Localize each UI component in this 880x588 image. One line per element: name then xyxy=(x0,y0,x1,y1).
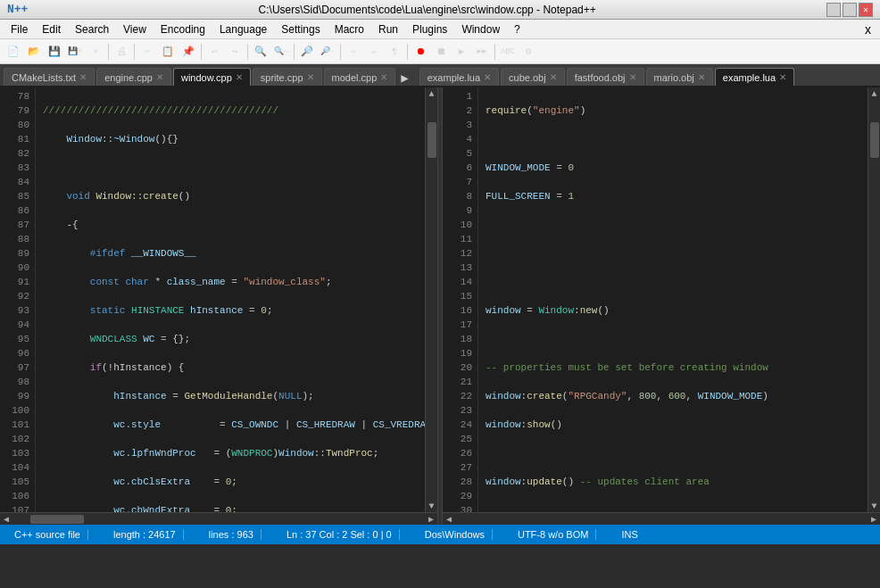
tab-fastfood-obj-close[interactable]: ✕ xyxy=(629,72,636,82)
left-scroll-thumb[interactable] xyxy=(428,122,436,158)
maximize-button[interactable]: □ xyxy=(843,3,857,17)
menu-file[interactable]: File xyxy=(4,21,35,37)
tab-window-cpp-close[interactable]: ✕ xyxy=(236,72,243,82)
settings-tb-button[interactable]: ⚙ xyxy=(519,42,538,62)
left-scroll-down[interactable]: ▼ xyxy=(426,500,438,512)
menu-view[interactable]: View xyxy=(116,21,154,37)
save-button[interactable]: 💾 xyxy=(45,42,64,62)
tab-sprite-cpp-label: sprite.cpp xyxy=(261,72,303,83)
close-file-button[interactable]: x xyxy=(859,22,876,37)
menu-edit[interactable]: Edit xyxy=(35,21,68,37)
menu-settings[interactable]: Settings xyxy=(274,21,327,37)
menu-help[interactable]: ? xyxy=(507,21,527,37)
tab-example-lua-2-close[interactable]: ✕ xyxy=(779,72,786,82)
right-scroll-thumb[interactable] xyxy=(870,122,879,158)
main-area: 78 79 80 81 82 83 84 85 86 87 88 89 90 9… xyxy=(0,87,880,525)
macro-stop-button[interactable]: ⏹ xyxy=(431,42,451,62)
tab-example-lua-1[interactable]: example.lua ✕ xyxy=(419,68,499,86)
toolbar-sep-3 xyxy=(201,44,202,60)
macro-play-button[interactable]: ▶ xyxy=(452,42,471,62)
status-position: Ln : 37 Col : 2 Sel : 0 | 0 xyxy=(279,529,400,540)
left-hscroll-thumb[interactable] xyxy=(30,515,84,524)
left-vscrollbar[interactable]: ▲ ▼ xyxy=(425,87,437,512)
left-scroll-up[interactable]: ▲ xyxy=(426,87,438,100)
tab-example-lua-1-label: example.lua xyxy=(428,72,480,83)
right-hscroll-left[interactable]: ◀ xyxy=(443,513,455,526)
all-chars-button[interactable]: ¶ xyxy=(385,42,404,62)
tab-model-cpp-close[interactable]: ✕ xyxy=(380,72,387,82)
tab-engine-cpp-label: engine.cpp xyxy=(104,72,153,83)
paste-button[interactable]: 📌 xyxy=(178,42,198,62)
title-bar: N++ C:\Users\Sid\Documents\code\Lua\engi… xyxy=(0,0,880,20)
left-code-content: 78 79 80 81 82 83 84 85 86 87 88 89 90 9… xyxy=(0,87,437,512)
tab-sprite-cpp[interactable]: sprite.cpp ✕ xyxy=(253,68,322,86)
tab-fastfood-obj-label: fastfood.obj xyxy=(575,72,626,83)
tab-cmakelists-close[interactable]: ✕ xyxy=(79,72,87,82)
status-encoding: UTF-8 w/o BOM xyxy=(511,529,596,540)
toolbar-sep-7 xyxy=(407,44,408,60)
window-controls: ─ □ ✕ xyxy=(826,3,873,17)
tab-example-lua-1-close[interactable]: ✕ xyxy=(484,72,491,82)
menu-window[interactable]: Window xyxy=(454,21,507,37)
toolbar-sep-6 xyxy=(340,44,341,60)
close-button[interactable]: ✕ xyxy=(859,3,873,17)
undo-button[interactable]: ↩ xyxy=(204,42,224,62)
app-logo: N++ xyxy=(7,3,28,16)
macro-rec-button[interactable]: ⏺ xyxy=(411,42,430,62)
status-filetype: C++ source file xyxy=(7,529,88,540)
open-button[interactable]: 📂 xyxy=(24,42,44,62)
tab-mario-obj[interactable]: mario.obj ✕ xyxy=(646,68,713,86)
tab-mario-obj-close[interactable]: ✕ xyxy=(698,72,705,82)
close-button-tb[interactable]: ✕ xyxy=(86,42,105,62)
tab-cmakelists[interactable]: CMakeLists.txt ✕ xyxy=(4,68,95,86)
zoom-out-button[interactable]: 🔎- xyxy=(318,42,337,62)
menu-encoding[interactable]: Encoding xyxy=(154,21,212,37)
cut-button[interactable]: ✂ xyxy=(137,42,157,62)
tab-fastfood-obj[interactable]: fastfood.obj ✕ xyxy=(567,68,644,86)
left-hscroll-right[interactable]: ▶ xyxy=(425,513,437,526)
save-all-button[interactable]: 💾+ xyxy=(65,42,85,62)
right-scroll-down[interactable]: ▼ xyxy=(868,500,881,512)
tab-cube-obj[interactable]: cube.obj ✕ xyxy=(501,68,565,86)
tab-sprite-cpp-close[interactable]: ✕ xyxy=(307,72,314,82)
right-code-area[interactable]: require("engine") WINDOW_MODE = 0 FULL_S… xyxy=(478,87,868,512)
tab-window-cpp-label: window.cpp xyxy=(181,72,232,83)
tab-cmakelists-label: CMakeLists.txt xyxy=(12,72,76,83)
redo-button[interactable]: ↪ xyxy=(225,42,245,62)
new-button[interactable]: 📄 xyxy=(4,42,23,62)
menu-plugins[interactable]: Plugins xyxy=(405,21,454,37)
right-scroll-up[interactable]: ▲ xyxy=(868,87,881,100)
tab-example-lua-2[interactable]: example.lua ✕ xyxy=(715,68,794,86)
tab-window-cpp[interactable]: window.cpp ✕ xyxy=(173,68,251,86)
menu-bar: File Edit Search View Encoding Language … xyxy=(0,20,880,39)
window-title: C:\Users\Sid\Documents\code\Lua\engine\s… xyxy=(28,4,826,16)
menu-search[interactable]: Search xyxy=(68,21,116,37)
right-vscrollbar[interactable]: ▲ ▼ xyxy=(868,87,880,512)
tab-model-cpp[interactable]: model.cpp ✕ xyxy=(324,68,396,86)
copy-button[interactable]: 📋 xyxy=(158,42,178,62)
print-button[interactable]: 🖨 xyxy=(112,42,131,62)
right-hscrollbar[interactable]: ◀ ▶ xyxy=(443,512,880,525)
left-hscrollbar[interactable]: ◀ ▶ xyxy=(0,512,437,525)
tabs-overflow-arrow[interactable]: ▶ xyxy=(397,70,411,86)
spell-check-button[interactable]: ABC xyxy=(498,42,518,62)
toolbar-sep-4 xyxy=(247,44,248,60)
tab-engine-cpp[interactable]: engine.cpp ✕ xyxy=(96,68,171,86)
right-hscroll-right[interactable]: ▶ xyxy=(868,513,880,526)
zoom-in-button[interactable]: 🔎 xyxy=(297,42,317,62)
menu-run[interactable]: Run xyxy=(371,21,405,37)
find-button[interactable]: 🔍 xyxy=(251,42,270,62)
macro-run-button[interactable]: ▶▶ xyxy=(472,42,492,62)
left-code-area[interactable]: ////////////////////////////////////////… xyxy=(36,87,425,512)
menu-macro[interactable]: Macro xyxy=(328,21,371,37)
left-line-numbers: 78 79 80 81 82 83 84 85 86 87 88 89 90 9… xyxy=(0,87,36,512)
minimize-button[interactable]: ─ xyxy=(826,3,841,17)
menu-language[interactable]: Language xyxy=(212,21,274,37)
tab-cube-obj-close[interactable]: ✕ xyxy=(550,72,557,82)
toolbar-sep-1 xyxy=(108,44,109,60)
tab-engine-cpp-close[interactable]: ✕ xyxy=(156,72,163,82)
find-replace-button[interactable]: 🔍↔ xyxy=(271,42,291,62)
left-hscroll-left[interactable]: ◀ xyxy=(0,513,12,526)
sync-scroll-button[interactable]: ⇔ xyxy=(344,42,363,62)
wrap-button[interactable]: ↵ xyxy=(364,42,384,62)
